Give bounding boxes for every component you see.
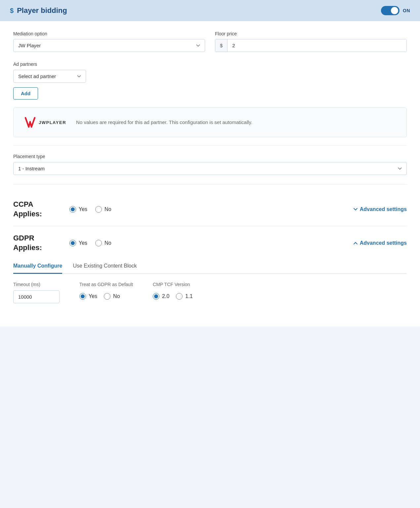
- ccpa-yes-option[interactable]: Yes: [69, 206, 87, 213]
- divider-1: [13, 145, 407, 146]
- timeout-label: Timeout (ms): [13, 282, 60, 287]
- main-content: Mediation option JW Player Floor price $…: [0, 21, 420, 326]
- cmp-2-label: 2.0: [162, 293, 169, 299]
- header-bar: $ Player bidding ON: [0, 0, 420, 21]
- placement-select[interactable]: 1 - Instream: [13, 162, 407, 175]
- toggle-label: ON: [403, 8, 410, 13]
- cmp-2-radio[interactable]: [153, 293, 159, 300]
- treat-gdpr-no-radio[interactable]: [104, 293, 110, 300]
- placement-label: Placement type: [13, 154, 45, 159]
- ad-partners-label: Ad partners: [13, 62, 37, 67]
- tab-manually-configure[interactable]: Manually Configure: [13, 259, 62, 274]
- gdpr-row: GDPR Applies: Yes No Advanced settings: [13, 233, 407, 252]
- chevron-down-icon: [353, 207, 358, 212]
- jwplayer-message: No values are required for this ad partn…: [76, 119, 252, 126]
- ccpa-section: CCPA Applies: Yes No Advanced settings: [13, 192, 407, 226]
- cmp-1-label: 1.1: [185, 293, 192, 299]
- treat-gdpr-yes-radio[interactable]: [79, 293, 86, 300]
- treat-gdpr-group: Treat as GDPR as Default Yes No: [79, 282, 133, 300]
- ccpa-radio-group: Yes No: [69, 206, 353, 213]
- gdpr-radio-group: Yes No: [69, 240, 353, 246]
- mediation-floor-row: Mediation option JW Player Floor price $: [13, 31, 407, 52]
- floor-price-label: Floor price: [215, 31, 407, 36]
- ad-partners-section: Ad partners Select ad partner Add: [13, 61, 407, 100]
- jwplayer-logo-icon: [23, 116, 37, 129]
- header-title-area: $ Player bidding: [10, 6, 67, 15]
- ccpa-advanced-settings-link[interactable]: Advanced settings: [353, 206, 407, 212]
- floor-price-group: Floor price $: [215, 31, 407, 52]
- treat-gdpr-no-label: No: [113, 293, 120, 299]
- add-button[interactable]: Add: [13, 87, 38, 100]
- gdpr-yes-radio[interactable]: [69, 240, 76, 246]
- gdpr-no-radio[interactable]: [95, 240, 102, 246]
- treat-gdpr-no-option[interactable]: No: [104, 293, 120, 300]
- gdpr-advanced-content: Timeout (ms) Treat as GDPR as Default Ye…: [13, 274, 407, 306]
- chevron-up-icon: [353, 241, 358, 245]
- tab-existing-content-block[interactable]: Use Existing Content Block: [73, 259, 137, 274]
- jwplayer-card: JWPLAYER No values are required for this…: [13, 107, 407, 137]
- ccpa-no-radio[interactable]: [95, 206, 102, 213]
- gdpr-label: GDPR Applies:: [13, 233, 69, 252]
- cmp-label: CMP TCF Version: [153, 282, 193, 287]
- treat-gdpr-label: Treat as GDPR as Default: [79, 282, 133, 287]
- mediation-group: Mediation option JW Player: [13, 31, 205, 52]
- ad-partner-select[interactable]: Select ad partner: [13, 70, 86, 83]
- ccpa-no-option[interactable]: No: [95, 206, 111, 213]
- jwplayer-brand-text: JWPLAYER: [39, 120, 66, 125]
- treat-gdpr-yes-option[interactable]: Yes: [79, 293, 97, 300]
- treat-gdpr-yes-label: Yes: [89, 293, 97, 299]
- gdpr-no-label: No: [105, 240, 111, 246]
- gdpr-section: GDPR Applies: Yes No Advanced settings: [13, 226, 407, 313]
- cmp-1-radio[interactable]: [176, 293, 183, 300]
- treat-gdpr-radio-group: Yes No: [79, 293, 133, 300]
- cmp-radio-group: 2.0 1.1: [153, 293, 193, 300]
- ad-partner-row: Select ad partner: [13, 70, 407, 83]
- dollar-icon: $: [10, 7, 14, 15]
- timeout-group: Timeout (ms): [13, 282, 60, 303]
- jwplayer-logo: JWPLAYER: [23, 116, 66, 129]
- divider-2: [13, 184, 407, 185]
- mediation-select[interactable]: JW Player: [13, 39, 205, 52]
- floor-price-wrapper: $: [215, 39, 407, 52]
- placement-section: Placement type 1 - Instream: [13, 153, 407, 175]
- ccpa-row: CCPA Applies: Yes No Advanced settings: [13, 200, 407, 219]
- ccpa-label: CCPA Applies:: [13, 200, 69, 219]
- gdpr-no-option[interactable]: No: [95, 240, 111, 246]
- mediation-label: Mediation option: [13, 31, 205, 36]
- cmp-1-option[interactable]: 1.1: [176, 293, 192, 300]
- floor-price-prefix: $: [215, 39, 228, 52]
- cmp-group: CMP TCF Version 2.0 1.1: [153, 282, 193, 300]
- gdpr-yes-label: Yes: [79, 240, 87, 246]
- toggle-container: ON: [381, 6, 410, 15]
- ccpa-yes-radio[interactable]: [69, 206, 76, 213]
- gdpr-advanced-settings-link[interactable]: Advanced settings: [353, 240, 407, 246]
- ccpa-yes-label: Yes: [79, 206, 87, 212]
- page-title: Player bidding: [17, 6, 67, 15]
- timeout-input[interactable]: [13, 290, 60, 303]
- gdpr-tabs-row: Manually Configure Use Existing Content …: [13, 259, 407, 274]
- player-bidding-toggle[interactable]: [381, 6, 399, 15]
- floor-price-input[interactable]: [228, 39, 406, 52]
- cmp-2-option[interactable]: 2.0: [153, 293, 169, 300]
- gdpr-advanced-panel: Manually Configure Use Existing Content …: [13, 259, 407, 306]
- gdpr-yes-option[interactable]: Yes: [69, 240, 87, 246]
- ccpa-no-label: No: [105, 206, 111, 212]
